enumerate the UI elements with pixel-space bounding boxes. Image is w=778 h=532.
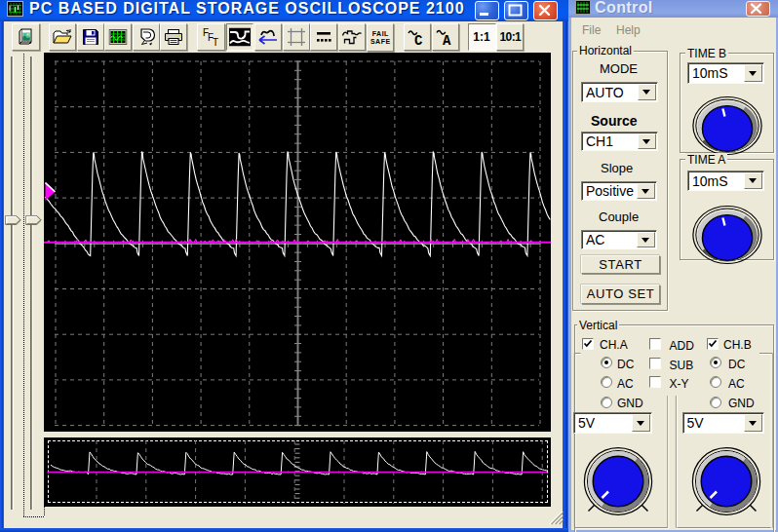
- svg-text:T: T: [213, 37, 218, 47]
- svg-text:A: A: [443, 33, 451, 47]
- svg-text:C: C: [414, 33, 423, 47]
